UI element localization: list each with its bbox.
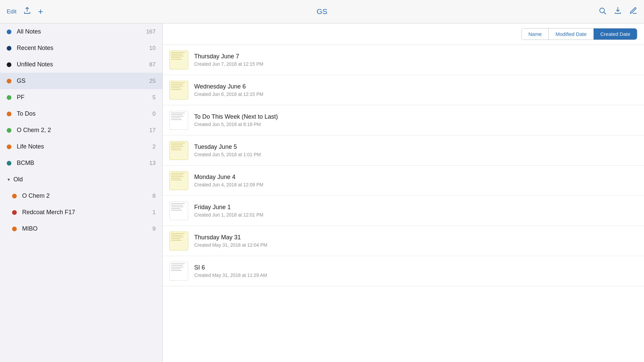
sidebar-group-old[interactable]: ▼ Old: [0, 171, 162, 188]
sidebar-group-item-o-chem-2[interactable]: O Chem 2 8: [5, 188, 162, 204]
note-title: Thursday May 31: [194, 234, 637, 241]
sidebar-item-label: Recent Notes: [17, 45, 149, 52]
note-thumb-lines: [171, 143, 186, 151]
edit-button[interactable]: Edit: [7, 8, 16, 15]
sidebar-item-unfiled-notes[interactable]: Unfiled Notes 87: [0, 56, 162, 73]
toolbar: Edit + GS: [0, 0, 644, 23]
sidebar-item-gs[interactable]: GS 25: [0, 73, 162, 89]
note-info: Thursday May 31 Created May 31, 2018 at …: [194, 234, 637, 248]
sidebar-item-label: O Chem 2, 2: [17, 127, 149, 134]
sidebar-item-to-dos[interactable]: To Dos 0: [0, 106, 162, 122]
sidebar-item-label: MIBO: [22, 225, 153, 232]
sidebar-item-label: Unfiled Notes: [17, 61, 149, 68]
note-thumb-lines: [171, 113, 186, 121]
sidebar-item-label: GS: [17, 77, 149, 84]
note-thumb-lines: [171, 263, 186, 272]
sidebar-item-life-notes[interactable]: Life Notes 2: [0, 138, 162, 155]
note-info: SI 6 Created May 31, 2018 at 11:29 AM: [194, 264, 637, 278]
note-item[interactable]: To Do This Week (Next to Last) Created J…: [163, 105, 644, 135]
note-title: Friday June 1: [194, 204, 637, 211]
chevron-down-icon: ▼: [7, 177, 11, 182]
note-thumbnail: [169, 111, 188, 130]
notes-panel: Name Modified Date Created Date Thursday…: [163, 23, 644, 362]
sidebar-item-count: 87: [149, 61, 156, 68]
note-title: To Do This Week (Next to Last): [194, 113, 637, 120]
search-icon[interactable]: [598, 7, 606, 17]
sidebar-item-pf[interactable]: PF 5: [0, 89, 162, 106]
sidebar-item-count: 13: [149, 160, 156, 167]
note-info: To Do This Week (Next to Last) Created J…: [194, 113, 637, 127]
note-title: Wednesday June 6: [194, 83, 637, 90]
note-info: Thursday June 7 Created Jun 7, 2018 at 1…: [194, 53, 637, 67]
note-date: Created Jun 5, 2018 at 1:01 PM: [194, 152, 637, 157]
sidebar-item-count: 25: [149, 78, 156, 84]
note-info: Monday June 4 Created Jun 4, 2018 at 12:…: [194, 174, 637, 187]
note-item[interactable]: Friday June 1 Created Jun 1, 2018 at 12:…: [163, 196, 644, 226]
sidebar-item-bcmb[interactable]: BCMB 13: [0, 155, 162, 171]
sort-created-button[interactable]: Created Date: [594, 28, 637, 40]
dot-icon: [12, 210, 17, 215]
note-thumbnail: [169, 232, 188, 250]
note-thumb-lines: [171, 173, 186, 181]
note-thumb-lines: [171, 52, 186, 61]
sidebar-item-recent-notes[interactable]: Recent Notes 10: [0, 40, 162, 56]
sidebar-item-all-notes[interactable]: All Notes 167: [0, 23, 162, 40]
sidebar-item-count: 0: [153, 111, 156, 117]
sidebar-item-count: 167: [146, 28, 156, 35]
note-date: Created Jun 5, 2018 at 8:18 PM: [194, 122, 637, 127]
main-content: All Notes 167 Recent Notes 10 Unfiled No…: [0, 23, 644, 362]
note-title: SI 6: [194, 264, 637, 271]
note-item[interactable]: SI 6 Created May 31, 2018 at 11:29 AM: [163, 256, 644, 286]
note-title: Thursday June 7: [194, 53, 637, 60]
share-icon[interactable]: [23, 7, 31, 17]
sidebar: All Notes 167 Recent Notes 10 Unfiled No…: [0, 23, 163, 362]
sidebar-item-count: 5: [153, 94, 156, 101]
note-title: Tuesday June 5: [194, 143, 637, 150]
sort-name-button[interactable]: Name: [522, 28, 549, 40]
dot-icon: [12, 227, 17, 231]
note-item[interactable]: Monday June 4 Created Jun 4, 2018 at 12:…: [163, 166, 644, 196]
dot-icon: [7, 79, 11, 83]
note-thumb-lines: [171, 233, 186, 242]
sidebar-group-item-mibo[interactable]: MIBO 9: [5, 221, 162, 237]
note-title: Monday June 4: [194, 174, 637, 181]
sidebar-item-count: 17: [149, 127, 156, 134]
note-date: Created Jun 7, 2018 at 12:15 PM: [194, 61, 637, 67]
dot-icon: [7, 144, 11, 149]
sidebar-item-label: To Dos: [17, 110, 153, 117]
add-note-icon[interactable]: +: [38, 6, 43, 17]
toolbar-right: [598, 7, 637, 17]
sort-modified-button[interactable]: Modified Date: [549, 28, 594, 40]
sidebar-group-label: Old: [13, 176, 23, 183]
dot-icon: [7, 128, 11, 133]
dot-icon: [7, 95, 11, 100]
sidebar-item-count: 9: [153, 226, 156, 232]
dot-icon: [7, 161, 11, 166]
note-item[interactable]: Wednesday June 6 Created Jun 6, 2018 at …: [163, 75, 644, 105]
notes-list: Thursday June 7 Created Jun 7, 2018 at 1…: [163, 45, 644, 286]
note-info: Friday June 1 Created Jun 1, 2018 at 12:…: [194, 204, 637, 218]
sidebar-item-count: 8: [153, 193, 156, 199]
dot-icon: [7, 46, 11, 51]
dot-icon: [7, 29, 11, 34]
dot-icon: [7, 62, 11, 67]
dot-icon: [7, 112, 11, 116]
compose-icon[interactable]: [629, 7, 637, 17]
note-thumbnail: [169, 201, 188, 220]
toolbar-left: Edit +: [7, 6, 43, 17]
note-item[interactable]: Thursday May 31 Created May 31, 2018 at …: [163, 226, 644, 256]
note-thumbnail: [169, 141, 188, 160]
sort-buttons: Name Modified Date Created Date: [521, 28, 637, 40]
sidebar-group-item-redcoat-merch-f17[interactable]: Redcoat Merch F17 1: [5, 204, 162, 221]
note-item[interactable]: Tuesday June 5 Created Jun 5, 2018 at 1:…: [163, 135, 644, 166]
sidebar-item-count: 1: [153, 209, 156, 216]
note-item[interactable]: Thursday June 7 Created Jun 7, 2018 at 1…: [163, 45, 644, 75]
download-icon[interactable]: [614, 7, 622, 17]
note-thumbnail: [169, 171, 188, 190]
svg-line-1: [604, 12, 606, 14]
sidebar-item-o-chem-2-2[interactable]: O Chem 2, 2 17: [0, 122, 162, 138]
sidebar-item-count: 2: [153, 143, 156, 150]
note-thumb-lines: [171, 82, 186, 91]
note-thumbnail: [169, 81, 188, 100]
note-info: Tuesday June 5 Created Jun 5, 2018 at 1:…: [194, 143, 637, 157]
